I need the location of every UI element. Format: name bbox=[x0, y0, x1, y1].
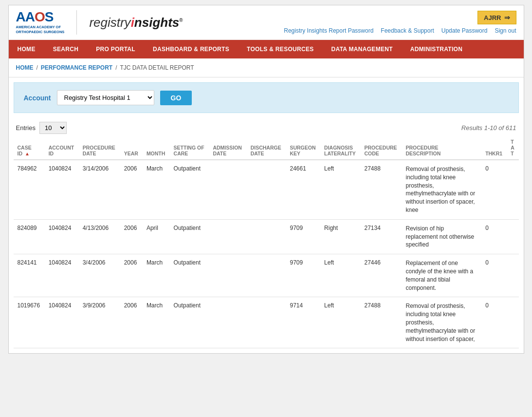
cell-discharge bbox=[247, 160, 286, 219]
account-select[interactable]: Registry Test Hospital 1 Registry Test H… bbox=[57, 90, 154, 105]
col-surgeon-key: SURGEONKEY bbox=[286, 136, 320, 160]
link-feedback[interactable]: Feedback & Support bbox=[381, 27, 434, 34]
cell-dx-lat: Left bbox=[320, 297, 360, 348]
nav-home[interactable]: HOME bbox=[9, 40, 44, 58]
aaos-full-name: American Academy ofOrthopaedic Surgeons bbox=[16, 25, 65, 35]
sort-arrow-up: ▲ bbox=[25, 151, 30, 156]
col-proc-date: PROCEDUREDATE bbox=[79, 136, 120, 160]
results-info: Results 1-10 of 611 bbox=[461, 124, 516, 132]
i-letter: i bbox=[131, 15, 134, 30]
cell-dx-lat: Left bbox=[320, 160, 360, 219]
cell-proc-date: 3/14/2006 bbox=[79, 160, 120, 219]
cell-tat bbox=[507, 254, 518, 297]
cell-proc-desc: Removal of prosthesis, including total k… bbox=[402, 297, 481, 348]
col-proc-code: PROCEDURECODE bbox=[361, 136, 402, 160]
breadcrumb-performance-report[interactable]: PERFORMANCE REPORT bbox=[41, 64, 112, 71]
cell-discharge bbox=[247, 254, 286, 297]
nav-dashboard[interactable]: DASHBOARD & REPORTS bbox=[144, 40, 238, 58]
entries-select[interactable]: 10 25 50 100 bbox=[39, 122, 67, 134]
cell-surgeon: 9709 bbox=[286, 219, 320, 254]
cell-thkr1: 0 bbox=[481, 254, 507, 297]
registry-text: registry bbox=[89, 15, 130, 30]
cell-case-id: 1019676 bbox=[14, 297, 45, 348]
col-account-id: ACCOUNTID bbox=[45, 136, 79, 160]
cell-discharge bbox=[247, 297, 286, 348]
breadcrumb-current-page: TJC DATA DETAIL REPORT bbox=[120, 64, 194, 71]
aaos-letters: AAOS bbox=[16, 10, 54, 24]
cell-account-id: 1040824 bbox=[45, 160, 79, 219]
cell-month: March bbox=[143, 160, 170, 219]
cell-proc-code: 27446 bbox=[361, 254, 402, 297]
cell-setting: Outpatient bbox=[170, 219, 209, 254]
entries-label: Entries bbox=[16, 124, 36, 132]
insights-text: insights® bbox=[131, 15, 183, 30]
table-row: 1019676 1040824 3/9/2006 2006 March Outp… bbox=[14, 297, 519, 348]
nav-tools[interactable]: TOOLS & RESOURCES bbox=[238, 40, 323, 58]
table-body: 784962 1040824 3/14/2006 2006 March Outp… bbox=[14, 160, 519, 348]
cell-proc-date: 3/4/2006 bbox=[79, 254, 120, 297]
cell-thkr1: 0 bbox=[481, 219, 507, 254]
table-wrapper: CASEID ▲ ACCOUNTID PROCEDUREDATE YEAR MO… bbox=[9, 136, 524, 353]
account-label: Account bbox=[24, 94, 51, 102]
cell-proc-date: 3/9/2006 bbox=[79, 297, 120, 348]
cell-admission bbox=[209, 219, 246, 254]
cell-discharge bbox=[247, 219, 286, 254]
breadcrumb-sep-2: / bbox=[115, 64, 117, 71]
cell-surgeon: 9709 bbox=[286, 254, 320, 297]
nav-admin[interactable]: ADMINISTRATION bbox=[402, 40, 471, 58]
col-admission-date: ADMISSIONDATE bbox=[209, 136, 246, 160]
trademark: ® bbox=[179, 18, 183, 23]
nav-search[interactable]: SEARCH bbox=[44, 40, 87, 58]
nav-bar: HOME SEARCH PRO PORTAL DASHBOARD & REPOR… bbox=[9, 40, 524, 58]
cell-proc-desc: Revision of hip replacement not otherwis… bbox=[402, 219, 481, 254]
cell-setting: Outpatient bbox=[170, 160, 209, 219]
top-right-area: AJRR ⇒ Registry Insights Report Password… bbox=[284, 11, 516, 34]
breadcrumb-home[interactable]: HOME bbox=[16, 64, 34, 71]
cell-year: 2006 bbox=[120, 254, 143, 297]
nav-pro-portal[interactable]: PRO PORTAL bbox=[87, 40, 144, 58]
cell-case-id: 824141 bbox=[14, 254, 45, 297]
table-row: 824089 1040824 4/13/2006 2006 April Outp… bbox=[14, 219, 519, 254]
cell-account-id: 1040824 bbox=[45, 297, 79, 348]
cell-admission bbox=[209, 160, 246, 219]
table-row: 784962 1040824 3/14/2006 2006 March Outp… bbox=[14, 160, 519, 219]
breadcrumb-sep-1: / bbox=[37, 64, 38, 71]
col-proc-desc: PROCEDUREDESCRIPTION bbox=[402, 136, 481, 160]
cell-admission bbox=[209, 297, 246, 348]
page-wrapper: AAOS American Academy ofOrthopaedic Surg… bbox=[8, 5, 524, 354]
cell-setting: Outpatient bbox=[170, 297, 209, 348]
cell-surgeon: 24661 bbox=[286, 160, 320, 219]
cell-case-id: 784962 bbox=[14, 160, 45, 219]
link-signout[interactable]: Sign out bbox=[495, 27, 516, 34]
cell-month: April bbox=[143, 219, 170, 254]
cell-thkr1: 0 bbox=[481, 160, 507, 219]
col-discharge-date: DISCHARGEDATE bbox=[247, 136, 286, 160]
entries-left: Entries 10 25 50 100 bbox=[16, 122, 67, 134]
ajrr-label: AJRR bbox=[484, 14, 501, 21]
col-year: YEAR bbox=[120, 136, 143, 160]
link-report-password[interactable]: Registry Insights Report Password bbox=[284, 27, 373, 34]
cell-tat bbox=[507, 297, 518, 348]
cell-year: 2006 bbox=[120, 219, 143, 254]
cell-year: 2006 bbox=[120, 297, 143, 348]
registry-insights-logo: registry insights® bbox=[89, 15, 183, 30]
logo-divider bbox=[76, 10, 77, 35]
cell-case-id: 824089 bbox=[14, 219, 45, 254]
go-button[interactable]: GO bbox=[160, 91, 192, 105]
table-header: CASEID ▲ ACCOUNTID PROCEDUREDATE YEAR MO… bbox=[14, 136, 519, 160]
top-links: Registry Insights Report Password Feedba… bbox=[284, 27, 516, 34]
link-update-password[interactable]: Update Password bbox=[441, 27, 488, 34]
data-table: CASEID ▲ ACCOUNTID PROCEDUREDATE YEAR MO… bbox=[14, 136, 519, 348]
logo-area: AAOS American Academy ofOrthopaedic Surg… bbox=[16, 10, 183, 35]
cell-account-id: 1040824 bbox=[45, 254, 79, 297]
ajrr-button[interactable]: AJRR ⇒ bbox=[477, 11, 516, 24]
col-case-id[interactable]: CASEID ▲ bbox=[14, 136, 45, 160]
table-row: 824141 1040824 3/4/2006 2006 March Outpa… bbox=[14, 254, 519, 297]
cell-month: March bbox=[143, 254, 170, 297]
cell-proc-date: 4/13/2006 bbox=[79, 219, 120, 254]
col-month: MONTH bbox=[143, 136, 170, 160]
cell-proc-code: 27488 bbox=[361, 160, 402, 219]
aaos-logo: AAOS American Academy ofOrthopaedic Surg… bbox=[16, 10, 65, 35]
nav-data-mgmt[interactable]: DATA MANAGEMENT bbox=[323, 40, 402, 58]
cell-setting: Outpatient bbox=[170, 254, 209, 297]
